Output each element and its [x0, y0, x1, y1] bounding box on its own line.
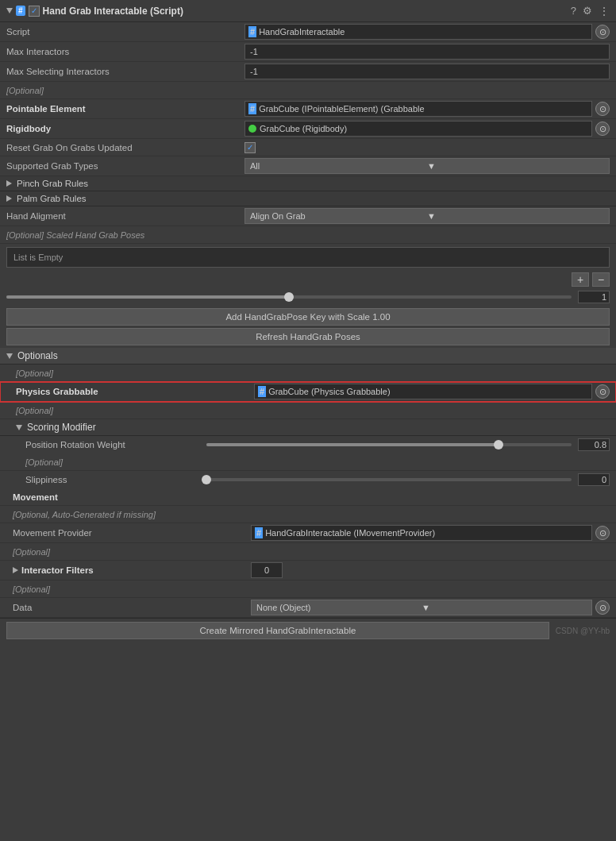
- physics-grabbable-field[interactable]: # GrabCube (Physics Grabbable): [254, 384, 592, 399]
- max-interactors-row: Max Interactors -1: [0, 42, 616, 62]
- hand-alignment-arrow-icon: ▼: [427, 211, 604, 221]
- optional-label-row6: [Optional]: [0, 581, 616, 598]
- optional-auto-generated-row: [Optional, Auto-Generated if missing]: [0, 506, 616, 523]
- optional-auto-generated-text: [Optional, Auto-Generated if missing]: [13, 510, 156, 519]
- optional-label-row2: [Optional]: [0, 365, 616, 382]
- data-dropdown[interactable]: None (Object) ▼: [251, 600, 592, 615]
- optional-text5: [Optional]: [13, 547, 50, 557]
- slippiness-label: Slippiness: [25, 475, 200, 484]
- scoring-modifier-label: Scoring Modifier: [27, 422, 96, 433]
- add-pose-button[interactable]: Add HandGrabPose Key with Scale 1.00: [6, 308, 610, 326]
- scoring-modifier-section[interactable]: Scoring Modifier: [0, 419, 616, 436]
- footer-bar: Create Mirrored HandGrabInteractable CSD…: [0, 618, 616, 642]
- rigidbody-row: Rigidbody GrabCube (Rigidbody) ⊙: [0, 119, 616, 139]
- palm-grab-rules-section[interactable]: Palm Grab Rules: [0, 191, 616, 206]
- movement-provider-value: HandGrabInteractable (IMovementProvider): [265, 528, 435, 538]
- component-title: Hand Grab Interactable (Script): [43, 6, 183, 17]
- physics-grabbable-value: GrabCube (Physics Grabbable): [268, 387, 390, 396]
- script-label: Script: [6, 27, 244, 37]
- scale-slider-fill: [6, 295, 289, 299]
- settings-icon[interactable]: ⚙: [583, 5, 592, 17]
- optional-text2: [Optional]: [16, 368, 53, 378]
- collapse-icon[interactable]: [6, 8, 13, 14]
- optional-text4: [Optional]: [25, 457, 63, 467]
- scale-slider-value[interactable]: [578, 291, 610, 303]
- pinch-grab-rules-label: Pinch Grab Rules: [17, 179, 88, 188]
- max-interactors-field[interactable]: -1: [244, 44, 610, 60]
- pointable-element-field[interactable]: # GrabCube (IPointableElement) (Grabbabl…: [244, 101, 592, 117]
- menu-icon[interactable]: ⋮: [599, 5, 610, 17]
- movement-circle-btn[interactable]: ⊙: [595, 526, 610, 540]
- movement-provider-field[interactable]: # HandGrabInteractable (IMovementProvide…: [251, 525, 592, 541]
- palm-grab-rules-label: Palm Grab Rules: [17, 194, 87, 203]
- position-rotation-weight-label: Position Rotation Weight: [25, 440, 200, 449]
- data-row: Data None (Object) ▼ ⊙: [0, 598, 616, 618]
- pinch-collapse-icon: [6, 180, 12, 187]
- hand-alignment-label: Hand Aligment: [6, 211, 244, 221]
- data-arrow-icon: ▼: [422, 603, 587, 612]
- optional-label-row3: [Optional]: [0, 402, 616, 419]
- pointable-circle-btn[interactable]: ⊙: [595, 102, 610, 116]
- physics-circle-btn[interactable]: ⊙: [595, 384, 610, 399]
- optional-label-row1: [Optional]: [0, 82, 616, 99]
- script-field[interactable]: # HandGrabInteractable: [244, 24, 592, 40]
- help-icon[interactable]: ?: [571, 5, 576, 17]
- hand-alignment-row: Hand Aligment Align On Grab ▼: [0, 206, 616, 226]
- optionals-collapse-icon: [6, 353, 13, 359]
- optionals-section-header[interactable]: Optionals: [0, 348, 616, 365]
- max-selecting-field[interactable]: -1: [244, 64, 610, 79]
- pointable-element-value: GrabCube (IPointableElement) (Grabbable: [259, 104, 425, 114]
- rigidbody-label: Rigidbody: [6, 124, 244, 133]
- rigidbody-circle-btn[interactable]: ⊙: [595, 122, 610, 136]
- physics-grabbable-label: Physics Grabbable: [16, 387, 254, 396]
- inspector-panel: # ✓ Hand Grab Interactable (Script) ? ⚙ …: [0, 0, 616, 642]
- optional-text1: [Optional]: [6, 86, 44, 95]
- reset-grab-label: Reset Grab On Grabs Updated: [6, 143, 244, 152]
- data-label: Data: [13, 603, 251, 612]
- optional-scaled-row: [Optional] Scaled Hand Grab Poses: [0, 226, 616, 244]
- minus-button[interactable]: −: [592, 272, 610, 287]
- interactor-filters-icon[interactable]: [13, 567, 18, 573]
- supported-grab-types-dropdown[interactable]: All ▼: [244, 158, 610, 174]
- refresh-poses-button[interactable]: Refresh HandGrab Poses: [6, 328, 610, 345]
- rigidbody-value: GrabCube (Rigidbody): [260, 124, 347, 133]
- create-mirrored-button[interactable]: Create Mirrored HandGrabInteractable: [6, 622, 549, 639]
- physics-grabbable-row: Physics Grabbable # GrabCube (Physics Gr…: [0, 382, 616, 402]
- max-selecting-row: Max Selecting Interactors -1: [0, 62, 616, 82]
- position-rotation-slider-track[interactable]: [206, 443, 572, 446]
- optional-label-row5: [Optional]: [0, 543, 616, 561]
- scoring-collapse-icon: [16, 425, 22, 430]
- slippiness-slider-value[interactable]: [578, 473, 610, 486]
- scale-slider-thumb[interactable]: [284, 292, 294, 302]
- movement-hash-icon: #: [255, 527, 263, 538]
- scale-slider-row: [0, 288, 616, 306]
- physics-hash-icon: #: [258, 386, 266, 397]
- movement-provider-row: Movement Provider # HandGrabInteractable…: [0, 523, 616, 543]
- reset-grab-row: Reset Grab On Grabs Updated ✓: [0, 139, 616, 156]
- slippiness-slider-track[interactable]: [206, 478, 572, 481]
- rigidbody-field[interactable]: GrabCube (Rigidbody): [244, 121, 592, 137]
- enable-checkbox[interactable]: ✓: [29, 6, 40, 17]
- movement-provider-label: Movement Provider: [13, 528, 251, 538]
- create-mirrored-label: Create Mirrored HandGrabInteractable: [199, 626, 356, 635]
- interactor-filters-row: Interactor Filters: [0, 561, 616, 581]
- pointable-element-row: Pointable Element # GrabCube (IPointable…: [0, 99, 616, 119]
- pinch-grab-rules-section[interactable]: Pinch Grab Rules: [0, 176, 616, 191]
- interactor-filters-value[interactable]: [251, 562, 283, 578]
- max-selecting-label: Max Selecting Interactors: [6, 67, 244, 76]
- optional-label-row4: [Optional]: [0, 453, 616, 471]
- hash-badge: #: [16, 6, 25, 16]
- position-rotation-slider-thumb[interactable]: [494, 440, 503, 449]
- script-circle-btn[interactable]: ⊙: [595, 25, 610, 39]
- hand-alignment-dropdown[interactable]: Align On Grab ▼: [244, 208, 610, 224]
- plus-button[interactable]: +: [572, 272, 589, 287]
- slippiness-slider-thumb[interactable]: [202, 475, 211, 484]
- optionals-section-label: Optionals: [17, 350, 58, 361]
- position-rotation-slider-value[interactable]: [578, 438, 610, 451]
- data-value: None (Object): [256, 603, 422, 612]
- scale-slider-track[interactable]: [6, 295, 572, 299]
- dropdown-arrow-icon: ▼: [427, 161, 604, 171]
- data-circle-btn[interactable]: ⊙: [595, 600, 610, 615]
- interactor-filters-label: Interactor Filters: [13, 565, 251, 575]
- reset-grab-checkbox[interactable]: ✓: [244, 142, 256, 153]
